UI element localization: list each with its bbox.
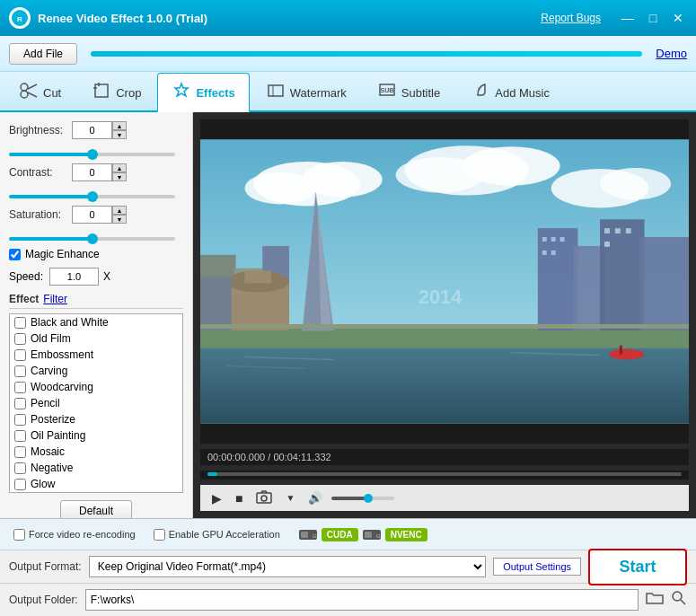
timeline-bar[interactable] <box>207 472 682 476</box>
timestamp-bar: 00:00:00.000 / 00:04:11.332 <box>200 449 689 465</box>
effect-item-glow[interactable]: Glow <box>10 476 182 492</box>
tab-crop[interactable]: Crop <box>77 73 155 112</box>
playback-controls: ▶ ■ ▼ 🔊 <box>200 485 689 511</box>
effect-checkbox-black-white[interactable] <box>14 317 26 329</box>
effect-label-embossment: Embossment <box>31 348 93 361</box>
effect-item-woodcarving[interactable]: Woodcarving <box>10 379 182 395</box>
saturation-spinners: ▲ ▼ <box>112 206 127 224</box>
brightness-input[interactable] <box>72 121 112 139</box>
cuda-badge: CUDA <box>322 528 358 541</box>
volume-slider[interactable] <box>331 497 394 500</box>
timeline-container <box>200 471 689 480</box>
effect-label-black-white: Black and White <box>31 316 109 329</box>
report-bugs-link[interactable]: Report Bugs <box>541 12 601 24</box>
subtitle-icon: SUB <box>377 81 397 104</box>
effect-item-mosaic[interactable]: Mosaic <box>10 444 182 460</box>
svg-rect-53 <box>620 346 622 355</box>
contrast-down[interactable]: ▼ <box>112 172 127 181</box>
brightness-up[interactable]: ▲ <box>112 121 127 130</box>
magic-enhance-checkbox[interactable] <box>9 249 21 260</box>
search-icon[interactable] <box>671 590 687 610</box>
maximize-button[interactable]: □ <box>644 9 662 27</box>
saturation-down[interactable]: ▼ <box>112 215 127 224</box>
tab-subtitle[interactable]: SUB Subtitle <box>363 73 454 112</box>
effect-checkbox-old-film[interactable] <box>14 333 26 345</box>
svg-marker-9 <box>175 84 188 96</box>
tab-add-music-label: Add Music <box>495 86 550 100</box>
effect-item-pencil[interactable]: Pencil <box>10 395 182 411</box>
add-file-button[interactable]: Add File <box>9 43 77 65</box>
svg-text:R: R <box>17 15 22 23</box>
contrast-input[interactable] <box>72 163 112 181</box>
svg-line-64 <box>681 600 685 604</box>
output-format-label: Output Format: <box>9 560 82 573</box>
effect-item-black-white[interactable]: Black and White <box>10 314 182 330</box>
magic-enhance-label: Magic Enhance <box>25 248 100 260</box>
output-format-select[interactable]: Keep Original Video Format(*.mp4) <box>89 556 486 577</box>
contrast-up[interactable]: ▲ <box>112 163 127 172</box>
effect-item-posterize[interactable]: Posterize <box>10 411 182 427</box>
brightness-slider[interactable] <box>9 153 175 156</box>
effect-checkbox-glow[interactable] <box>14 479 26 490</box>
enable-gpu-checkbox[interactable] <box>154 529 165 541</box>
effect-checkbox-carving[interactable] <box>14 365 26 377</box>
volume-button[interactable]: 🔊 <box>304 489 327 506</box>
saturation-input[interactable] <box>72 206 112 224</box>
brightness-down[interactable]: ▼ <box>112 130 127 139</box>
saturation-label: Saturation: <box>9 208 72 221</box>
effect-checkbox-negative[interactable] <box>14 462 26 474</box>
svg-rect-40 <box>600 219 644 330</box>
effect-checkbox-woodcarving[interactable] <box>14 382 26 393</box>
nav-tabs: Cut Crop Effects Watermark SUB Subtitle … <box>0 72 696 112</box>
saturation-slider[interactable] <box>9 237 175 241</box>
folder-browse-icon[interactable] <box>646 590 664 610</box>
tab-watermark[interactable]: Watermark <box>251 73 361 112</box>
tab-effects[interactable]: Effects <box>157 73 249 112</box>
effect-checkbox-oil-painting[interactable] <box>14 430 26 442</box>
effect-tab[interactable]: Effect <box>9 293 39 305</box>
cut-icon <box>19 81 39 104</box>
app-icon: R <box>9 7 31 29</box>
effect-item-embossment[interactable]: Embossment <box>10 347 182 363</box>
output-settings-button[interactable]: Output Settings <box>493 558 581 576</box>
start-button[interactable]: Start <box>588 549 687 585</box>
contrast-slider-container <box>9 189 175 201</box>
tab-add-music[interactable]: Add Music <box>456 73 564 112</box>
effect-item-oil-painting[interactable]: Oil Painting <box>10 427 182 444</box>
close-button[interactable]: ✕ <box>669 9 687 27</box>
snapshot-down-button[interactable]: ▼ <box>281 491 299 505</box>
saturation-up[interactable]: ▲ <box>112 206 127 215</box>
minimize-button[interactable]: — <box>619 9 637 27</box>
effect-item-carving[interactable]: Carving <box>10 363 182 379</box>
crop-icon <box>92 81 111 104</box>
effect-checkbox-mosaic[interactable] <box>14 446 26 458</box>
add-music-icon <box>471 81 490 104</box>
stop-button[interactable]: ■ <box>231 489 247 507</box>
demo-link[interactable]: Demo <box>656 47 687 60</box>
left-panel: Brightness: ▲ ▼ Contrast: ▲ ▼ Saturation… <box>0 112 193 518</box>
effect-checkbox-posterize[interactable] <box>14 414 26 426</box>
tab-cut[interactable]: Cut <box>4 73 75 112</box>
brightness-spinners: ▲ ▼ <box>112 121 127 139</box>
effect-label-carving: Carving <box>31 365 67 377</box>
effect-item-negative[interactable]: Negative <box>10 460 182 476</box>
effect-item-old-film[interactable]: Old Film <box>10 330 182 347</box>
contrast-label: Contrast: <box>9 166 72 179</box>
video-scene: 2014 <box>200 119 689 444</box>
effect-label-old-film: Old Film <box>31 332 71 345</box>
output-folder-input[interactable] <box>85 589 639 611</box>
effect-checkbox-pencil[interactable] <box>14 398 26 409</box>
force-reencoding-text: Force video re-encoding <box>29 529 136 540</box>
svg-rect-46 <box>551 251 556 255</box>
brightness-row: Brightness: ▲ ▼ <box>9 121 183 139</box>
effect-checkbox-embossment[interactable] <box>14 349 26 361</box>
snapshot-button[interactable] <box>251 488 277 508</box>
filter-tab[interactable]: Filter <box>43 293 67 305</box>
svg-rect-42 <box>542 237 547 242</box>
contrast-slider[interactable] <box>9 195 175 198</box>
force-reencoding-checkbox[interactable] <box>13 529 25 541</box>
speed-input[interactable] <box>49 268 99 286</box>
play-button[interactable]: ▶ <box>207 489 226 507</box>
default-button[interactable]: Default <box>60 500 132 518</box>
video-area: 2014 <box>200 119 689 444</box>
